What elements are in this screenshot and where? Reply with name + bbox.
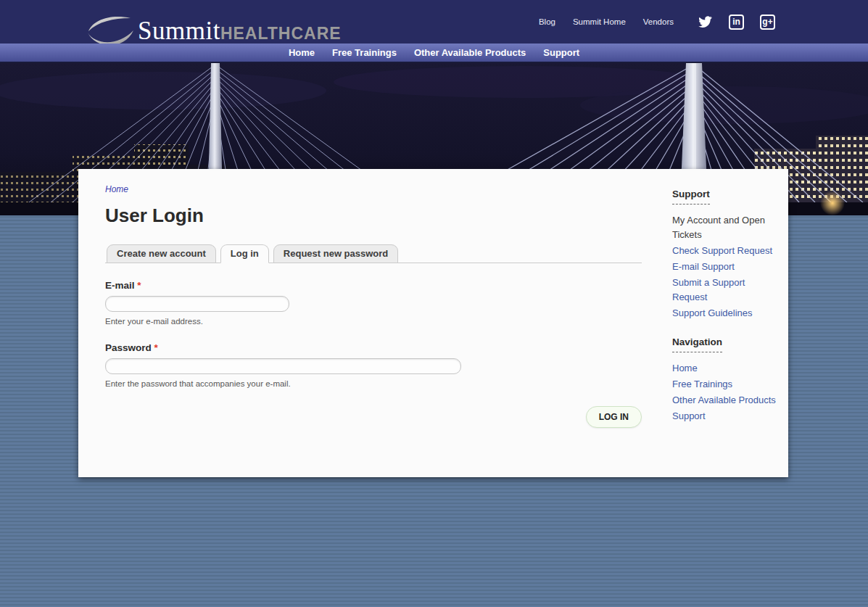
password-label: Password * — [105, 342, 158, 353]
social-icons: in g+ — [697, 15, 775, 30]
google-plus-icon[interactable]: g+ — [760, 15, 775, 30]
required-marker: * — [137, 280, 141, 291]
password-help-text: Enter the password that accompanies your… — [105, 379, 642, 388]
main-column: Home User Login Create new account Log i… — [105, 182, 642, 428]
nav-item-free-trainings[interactable]: Free Trainings — [332, 47, 397, 58]
brand-name-primary: Summit — [138, 17, 220, 46]
sidebar-item-email-support[interactable]: E-mail Support — [672, 260, 782, 274]
site-header: Summit HEALTHCARE Blog Summit Home Vendo… — [0, 0, 868, 44]
utility-link-blog[interactable]: Blog — [539, 17, 555, 26]
nav-item-home[interactable]: Home — [289, 47, 315, 58]
tab-log-in[interactable]: Log in — [220, 244, 269, 263]
form-actions: LOG IN — [105, 406, 642, 428]
tab-request-new-password[interactable]: Request new password — [273, 244, 398, 263]
sidebar-heading-navigation: Navigation — [672, 336, 722, 352]
password-field[interactable] — [105, 358, 461, 374]
sidebar-section-navigation: Navigation Home Free Trainings Other Ava… — [672, 335, 782, 424]
brand-name-secondary: HEALTHCARE — [220, 24, 342, 44]
email-help-text: Enter your e-mail address. — [105, 317, 642, 326]
breadcrumb[interactable]: Home — [105, 184, 128, 194]
brand-logo[interactable]: Summit HEALTHCARE — [84, 4, 342, 46]
login-tabs: Create new account Log in Request new pa… — [105, 244, 642, 263]
summit-swoosh-icon — [84, 13, 135, 48]
log-in-button[interactable]: LOG IN — [586, 406, 642, 428]
sidebar-section-support: Support My Account and Open Tickets Chec… — [672, 187, 782, 321]
sidebar-item-free-trainings[interactable]: Free Trainings — [672, 377, 782, 392]
main-nav: Home Free Trainings Other Available Prod… — [0, 44, 868, 63]
required-marker: * — [154, 342, 158, 353]
linkedin-icon[interactable]: in — [729, 15, 744, 30]
sidebar-item-my-account-and-open-tickets[interactable]: My Account and Open Tickets — [672, 213, 782, 242]
sidebar-item-other-available-products[interactable]: Other Available Products — [672, 393, 782, 408]
content-card: Home User Login Create new account Log i… — [78, 169, 788, 477]
utility-link-vendors[interactable]: Vendors — [643, 17, 674, 26]
sidebar-item-support[interactable]: Support — [672, 409, 782, 424]
email-label: E-mail * — [105, 280, 141, 291]
page-title: User Login — [105, 205, 642, 227]
nav-item-support[interactable]: Support — [543, 47, 579, 58]
login-form: E-mail * Enter your e-mail address. Pass… — [105, 278, 642, 428]
sidebar-item-home[interactable]: Home — [672, 361, 782, 376]
tab-create-new-account[interactable]: Create new account — [107, 244, 216, 263]
twitter-icon[interactable] — [697, 15, 713, 29]
utility-link-summit-home[interactable]: Summit Home — [573, 17, 626, 26]
email-field[interactable] — [105, 296, 289, 312]
sidebar-item-support-guidelines[interactable]: Support Guidelines — [672, 306, 782, 321]
sidebar-item-check-support-request[interactable]: Check Support Request — [672, 244, 782, 258]
password-field-group: Password * Enter the password that accom… — [105, 341, 642, 388]
sidebar-heading-support: Support — [672, 189, 710, 205]
sidebar: Support My Account and Open Tickets Chec… — [672, 187, 782, 425]
sidebar-item-submit-a-support-request[interactable]: Submit a Support Request — [672, 276, 782, 305]
nav-item-other-available-products[interactable]: Other Available Products — [414, 47, 526, 58]
email-field-group: E-mail * Enter your e-mail address. — [105, 278, 642, 326]
utility-nav: Blog Summit Home Vendors in g+ — [539, 0, 775, 44]
